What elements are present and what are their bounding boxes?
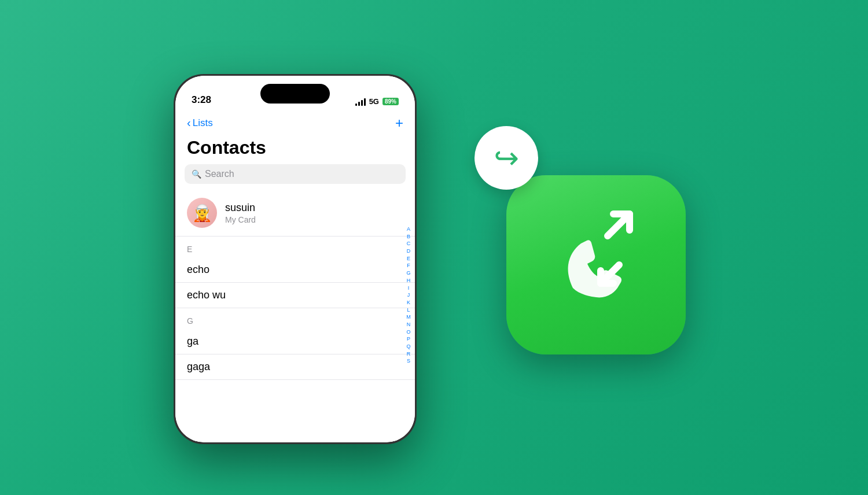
contact-row-echo-wu[interactable]: echo wu: [175, 283, 415, 308]
search-placeholder-text: Search: [205, 169, 234, 179]
alpha-N[interactable]: N: [404, 322, 413, 328]
alpha-E[interactable]: E: [404, 256, 413, 263]
status-icons: 5G 89%: [355, 97, 399, 106]
signal-bar-4: [364, 98, 366, 106]
contacts-title: Contacts: [175, 134, 415, 164]
alpha-H[interactable]: H: [404, 278, 413, 285]
contact-row-echo[interactable]: echo: [175, 257, 415, 283]
nav-bar: ‹ Lists +: [175, 110, 415, 134]
signal-bar-1: [355, 104, 357, 106]
section-header-g: G: [175, 308, 415, 329]
my-card-subtitle: My Card: [225, 215, 256, 224]
my-card[interactable]: 🧝 susuin My Card: [175, 192, 415, 237]
back-chevron-icon: ‹: [187, 117, 191, 128]
signal-bars: [355, 98, 366, 106]
signal-bar-3: [361, 100, 363, 106]
alpha-A[interactable]: A: [404, 226, 413, 233]
alpha-R[interactable]: R: [404, 351, 413, 358]
alpha-L[interactable]: L: [404, 307, 413, 314]
section-header-e: E: [175, 237, 415, 257]
app-icon-area: ↩: [463, 114, 694, 381]
dynamic-island: [260, 84, 330, 104]
alpha-J[interactable]: J: [404, 292, 413, 299]
search-icon: 🔍: [192, 169, 201, 179]
alpha-index[interactable]: A B C D E F G H I J K L M N O: [404, 226, 413, 365]
search-bar[interactable]: 🔍 Search: [185, 164, 406, 184]
alpha-F[interactable]: F: [404, 263, 413, 269]
battery-badge: 89%: [382, 98, 399, 105]
alpha-M[interactable]: M: [404, 314, 413, 321]
signal-bar-2: [358, 102, 360, 106]
phone-body: 3:28 5G 89%: [174, 74, 417, 444]
nav-add-button[interactable]: +: [395, 116, 403, 130]
alpha-B[interactable]: B: [404, 234, 413, 241]
avatar: 🧝: [187, 198, 217, 228]
contacts-content: ‹ Lists + Contacts 🔍 Search: [175, 110, 415, 442]
contact-row-gaga[interactable]: gaga: [175, 354, 415, 380]
reply-arrow-icon: ↩: [494, 141, 519, 175]
my-card-name: susuin: [225, 202, 256, 214]
phone-screen: 3:28 5G 89%: [175, 76, 415, 442]
app-icon: [506, 175, 686, 354]
alpha-C[interactable]: C: [404, 241, 413, 248]
alpha-I[interactable]: I: [404, 285, 413, 292]
status-time: 3:28: [192, 94, 211, 106]
alpha-D[interactable]: D: [404, 248, 413, 255]
alpha-P[interactable]: P: [404, 336, 413, 343]
contact-row-ga[interactable]: ga: [175, 329, 415, 354]
app-icon-svg: [538, 207, 654, 323]
my-card-info: susuin My Card: [225, 202, 256, 224]
nav-back-label: Lists: [193, 117, 213, 129]
avatar-emoji: 🧝: [192, 204, 212, 223]
reply-badge: ↩: [475, 126, 538, 190]
scene: 3:28 5G 89%: [0, 0, 868, 495]
alpha-Q[interactable]: Q: [404, 343, 413, 350]
alpha-O[interactable]: O: [404, 329, 413, 336]
nav-back-button[interactable]: ‹ Lists: [187, 117, 213, 129]
alpha-K[interactable]: K: [404, 300, 413, 306]
alpha-G[interactable]: G: [404, 270, 413, 277]
phone-mockup: 3:28 5G 89%: [174, 74, 417, 444]
status-5g: 5G: [369, 97, 379, 106]
alpha-S[interactable]: S: [404, 358, 413, 365]
